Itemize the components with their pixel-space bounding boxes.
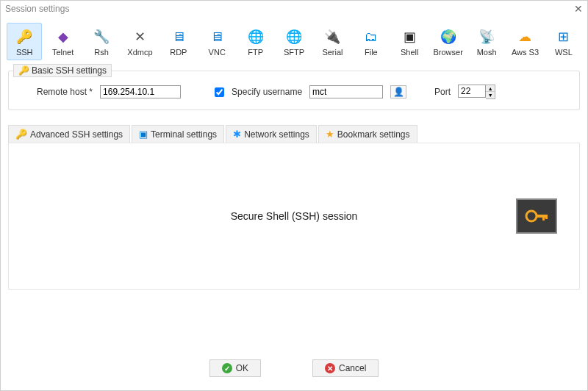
session-type-label: RDP bbox=[170, 48, 187, 57]
session-type-label: Serial bbox=[322, 48, 343, 57]
session-type-telnet[interactable]: ◆Telnet bbox=[45, 23, 80, 60]
session-type-rsh[interactable]: 🔧Rsh bbox=[84, 23, 119, 60]
session-type-serial[interactable]: 🔌Serial bbox=[315, 23, 350, 60]
titlebar: Session settings ✕ bbox=[1, 1, 587, 17]
tab-label: Terminal settings bbox=[151, 129, 217, 140]
session-type-label: Shell bbox=[401, 48, 418, 57]
wsl-icon: ⊞ bbox=[555, 28, 573, 46]
aws-s3-icon: ☁ bbox=[516, 28, 534, 46]
specify-username-checkbox[interactable] bbox=[215, 87, 224, 97]
session-type-aws-s3[interactable]: ☁Aws S3 bbox=[507, 23, 542, 60]
session-key-badge bbox=[516, 198, 557, 234]
session-type-label: Xdmcp bbox=[127, 48, 152, 57]
session-type-file[interactable]: 🗂File bbox=[354, 23, 389, 60]
sftp-icon: 🌐 bbox=[285, 28, 303, 46]
basic-ssh-row: Remote host * Specify username 👤 Port ▲ … bbox=[19, 85, 569, 99]
telnet-icon: ◆ bbox=[54, 28, 72, 46]
tab-bookmark-settings[interactable]: ★Bookmark settings bbox=[318, 125, 417, 143]
close-icon[interactable]: ✕ bbox=[574, 3, 583, 15]
username-input[interactable] bbox=[309, 85, 383, 98]
settings-panel: Secure Shell (SSH) session bbox=[8, 143, 580, 290]
session-type-shell[interactable]: ▣Shell bbox=[392, 23, 427, 60]
session-type-ftp[interactable]: 🌐FTP bbox=[237, 23, 273, 60]
session-type-label: Mosh bbox=[477, 48, 497, 57]
session-type-row: 🔑SSH◆Telnet🔧Rsh✕Xdmcp🖥RDP🖥VNC🌐FTP🌐SFTP🔌S… bbox=[1, 17, 587, 65]
basic-ssh-legend-label: Basic SSH settings bbox=[32, 65, 107, 76]
rdp-icon: 🖥 bbox=[170, 28, 187, 46]
basic-ssh-legend: 🔑 Basic SSH settings bbox=[13, 64, 112, 77]
session-title: Secure Shell (SSH) session bbox=[231, 210, 358, 222]
ok-label: OK bbox=[236, 363, 248, 373]
ok-button[interactable]: ✓ OK bbox=[209, 359, 261, 377]
session-type-xdmcp[interactable]: ✕Xdmcp bbox=[122, 23, 157, 60]
key-icon: 🔑 bbox=[18, 65, 29, 76]
mosh-icon: 📡 bbox=[478, 28, 495, 46]
session-type-label: Rsh bbox=[94, 48, 109, 57]
serial-icon: 🔌 bbox=[323, 28, 341, 46]
tab-network-settings[interactable]: ✱Network settings bbox=[226, 125, 317, 143]
svg-point-0 bbox=[526, 211, 537, 221]
terminal-settings-tab-icon: ▣ bbox=[139, 129, 148, 140]
session-type-rdp[interactable]: 🖥RDP bbox=[161, 23, 196, 60]
ok-icon: ✓ bbox=[222, 363, 232, 373]
session-type-vnc[interactable]: 🖥VNC bbox=[199, 23, 234, 60]
session-type-browser[interactable]: 🌍Browser bbox=[430, 23, 465, 60]
tab-advanced-ssh-settings[interactable]: 🔑Advanced SSH settings bbox=[8, 125, 130, 143]
remote-host-label: Remote host * bbox=[37, 87, 93, 97]
remote-host-input[interactable] bbox=[100, 85, 181, 98]
session-type-label: SSH bbox=[16, 48, 33, 57]
session-type-wsl[interactable]: ⊞WSL bbox=[546, 23, 581, 60]
vnc-icon: 🖥 bbox=[208, 28, 226, 46]
svg-rect-1 bbox=[536, 215, 547, 218]
session-type-label: Aws S3 bbox=[512, 48, 539, 57]
user-picker-button[interactable]: 👤 bbox=[390, 85, 406, 98]
cancel-icon: ✕ bbox=[325, 363, 335, 373]
rsh-icon: 🔧 bbox=[93, 28, 110, 46]
tab-label: Bookmark settings bbox=[337, 129, 410, 140]
tab-label: Network settings bbox=[244, 129, 309, 140]
browser-icon: 🌍 bbox=[440, 28, 457, 46]
advanced-ssh-settings-tab-icon: 🔑 bbox=[15, 129, 27, 140]
svg-rect-2 bbox=[542, 215, 545, 220]
specify-username-label: Specify username bbox=[232, 87, 302, 97]
ssh-icon: 🔑 bbox=[15, 28, 33, 46]
network-settings-tab-icon: ✱ bbox=[233, 129, 241, 140]
settings-tabs: 🔑Advanced SSH settings▣Terminal settings… bbox=[8, 125, 580, 143]
session-type-sftp[interactable]: 🌐SFTP bbox=[276, 23, 312, 60]
port-label: Port bbox=[434, 87, 451, 97]
session-type-label: Telnet bbox=[52, 48, 74, 57]
port-input[interactable] bbox=[458, 85, 486, 98]
session-type-label: Browser bbox=[434, 48, 463, 57]
shell-icon: ▣ bbox=[401, 28, 418, 46]
tab-terminal-settings[interactable]: ▣Terminal settings bbox=[132, 125, 224, 143]
port-step-down[interactable]: ▼ bbox=[486, 92, 495, 98]
port-step-up[interactable]: ▲ bbox=[486, 85, 495, 92]
session-type-label: WSL bbox=[555, 48, 573, 57]
key-large-icon bbox=[523, 204, 550, 228]
port-stepper[interactable]: ▲ ▼ bbox=[458, 85, 495, 99]
session-type-ssh[interactable]: 🔑SSH bbox=[7, 23, 42, 60]
svg-rect-3 bbox=[545, 215, 548, 219]
session-type-label: File bbox=[365, 48, 378, 57]
dialog-buttons: ✓ OK ✕ Cancel bbox=[1, 359, 587, 377]
window-title: Session settings bbox=[5, 4, 69, 14]
bookmark-settings-tab-icon: ★ bbox=[326, 129, 334, 140]
ftp-icon: 🌐 bbox=[247, 28, 265, 46]
session-type-label: SFTP bbox=[284, 48, 304, 57]
basic-ssh-group: 🔑 Basic SSH settings Remote host * Speci… bbox=[8, 71, 580, 110]
xdmcp-icon: ✕ bbox=[131, 28, 148, 46]
tab-label: Advanced SSH settings bbox=[30, 129, 123, 140]
session-type-label: FTP bbox=[248, 48, 263, 57]
cancel-button[interactable]: ✕ Cancel bbox=[312, 359, 379, 377]
session-type-label: VNC bbox=[209, 48, 226, 57]
cancel-label: Cancel bbox=[339, 363, 366, 373]
file-icon: 🗂 bbox=[362, 28, 380, 46]
session-type-mosh[interactable]: 📡Mosh bbox=[469, 23, 504, 60]
